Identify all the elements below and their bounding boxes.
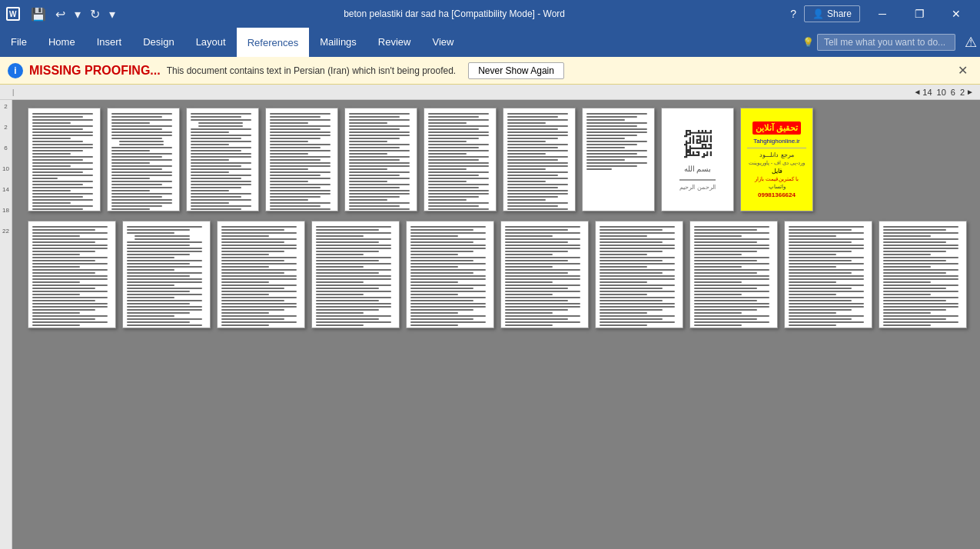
undo-dropdown[interactable]: ▾ bbox=[71, 5, 84, 23]
tab-mailings[interactable]: Mailings bbox=[309, 28, 367, 57]
restore-button[interactable]: ❐ bbox=[902, 2, 937, 26]
page-thumb-8[interactable] bbox=[582, 108, 655, 211]
text-line bbox=[111, 128, 162, 130]
text-line bbox=[410, 229, 473, 231]
notification-close-button[interactable]: ✕ bbox=[953, 62, 972, 79]
page-thumb-18[interactable] bbox=[689, 221, 778, 328]
text-line bbox=[428, 122, 467, 124]
tab-review[interactable]: Review bbox=[367, 28, 422, 57]
page-thumb-15[interactable] bbox=[406, 221, 494, 328]
text-line bbox=[507, 196, 558, 198]
text-line bbox=[349, 150, 410, 151]
text-line bbox=[127, 321, 190, 323]
text-line bbox=[191, 181, 251, 182]
text-line bbox=[694, 245, 769, 246]
page-thumb-12[interactable] bbox=[122, 221, 211, 328]
text-line bbox=[505, 232, 580, 234]
tab-references[interactable]: References bbox=[237, 28, 309, 57]
tab-view[interactable]: View bbox=[421, 28, 464, 57]
text-line bbox=[507, 168, 546, 170]
tab-home[interactable]: Home bbox=[38, 28, 86, 57]
minimize-button[interactable]: ─ bbox=[865, 2, 900, 26]
text-line bbox=[32, 324, 80, 326]
undo-button[interactable]: ↩ bbox=[52, 5, 68, 23]
tab-design[interactable]: Design bbox=[132, 28, 184, 57]
tab-insert[interactable]: Insert bbox=[86, 28, 133, 57]
text-line bbox=[349, 199, 387, 201]
notification-title: MISSING PROOFING... bbox=[29, 64, 161, 78]
page-thumb-6[interactable] bbox=[424, 108, 497, 211]
close-button[interactable]: ✕ bbox=[938, 2, 974, 26]
text-line bbox=[410, 324, 458, 326]
text-line bbox=[127, 272, 202, 274]
text-line bbox=[191, 168, 251, 170]
text-line bbox=[221, 284, 297, 286]
text-line bbox=[586, 159, 625, 161]
page-thumb-7[interactable] bbox=[503, 108, 576, 211]
text-line bbox=[694, 306, 769, 308]
tab-file[interactable]: File bbox=[0, 28, 38, 57]
vertical-ruler: 2 2 6 10 14 18 22 bbox=[0, 100, 12, 549]
page-thumb-2[interactable] bbox=[107, 108, 180, 211]
ruler-mark-18: 18 bbox=[2, 207, 9, 214]
page-thumb-16[interactable] bbox=[500, 221, 589, 328]
text-line bbox=[349, 153, 387, 155]
text-line bbox=[410, 281, 458, 283]
text-line bbox=[127, 257, 174, 258]
warning-icon[interactable]: ⚠ bbox=[965, 34, 977, 51]
redo-button[interactable]: ↻ bbox=[87, 5, 103, 23]
page-thumb-9-logo[interactable]: ﷽ بسم الله الرحمن الرحيم bbox=[661, 108, 734, 211]
text-line bbox=[32, 257, 108, 258]
text-line bbox=[694, 238, 769, 240]
text-line bbox=[316, 278, 391, 280]
help-icon[interactable]: ? bbox=[790, 8, 796, 20]
never-show-again-button[interactable]: Never Show Again bbox=[468, 62, 564, 79]
text-line bbox=[221, 315, 297, 317]
text-line bbox=[789, 300, 852, 301]
text-line bbox=[410, 275, 486, 277]
calligraphy-line bbox=[679, 179, 715, 181]
page-thumb-3[interactable] bbox=[186, 108, 259, 211]
text-line bbox=[316, 245, 391, 246]
page-thumb-4[interactable] bbox=[265, 108, 338, 211]
zoom-left-arrow[interactable]: ◄ bbox=[913, 88, 921, 96]
customize-button[interactable]: ▾ bbox=[106, 5, 118, 23]
text-line bbox=[191, 190, 229, 191]
text-line bbox=[600, 232, 675, 234]
page-thumb-14[interactable] bbox=[311, 221, 400, 328]
text-line bbox=[127, 315, 174, 317]
page-thumb-20[interactable] bbox=[879, 221, 967, 328]
search-input[interactable] bbox=[817, 34, 955, 51]
text-line bbox=[316, 288, 379, 289]
text-line bbox=[221, 245, 297, 246]
text-line bbox=[428, 165, 489, 167]
zoom-right-arrow[interactable]: ► bbox=[966, 88, 974, 96]
text-line bbox=[127, 266, 202, 268]
page-thumb-13[interactable] bbox=[217, 221, 305, 328]
share-person-icon: 👤 bbox=[812, 8, 824, 19]
text-line bbox=[316, 251, 379, 252]
share-button[interactable]: 👤 Share bbox=[804, 5, 860, 22]
text-line bbox=[270, 196, 321, 198]
page-thumb-10-ad[interactable]: تحقیق آنلاین Tahghighonline.ir مرجع دانل… bbox=[740, 108, 813, 211]
text-line bbox=[32, 315, 108, 317]
text-line bbox=[32, 235, 80, 237]
text-line bbox=[883, 294, 931, 295]
save-button[interactable]: 💾 bbox=[28, 5, 49, 23]
text-line bbox=[410, 245, 486, 246]
text-line bbox=[221, 238, 297, 240]
text-line bbox=[191, 199, 251, 201]
text-line bbox=[111, 208, 150, 210]
text-line bbox=[191, 131, 229, 133]
text-line bbox=[694, 275, 769, 277]
page-thumb-5[interactable] bbox=[344, 108, 417, 211]
text-line bbox=[135, 238, 190, 240]
page-thumb-19[interactable] bbox=[784, 221, 872, 328]
text-line bbox=[221, 297, 297, 298]
page-thumb-1[interactable] bbox=[28, 108, 101, 211]
text-line bbox=[507, 156, 568, 158]
page-thumb-11[interactable] bbox=[28, 221, 116, 328]
page-thumb-17[interactable] bbox=[595, 221, 683, 328]
tab-layout[interactable]: Layout bbox=[185, 28, 237, 57]
text-line bbox=[221, 254, 269, 255]
